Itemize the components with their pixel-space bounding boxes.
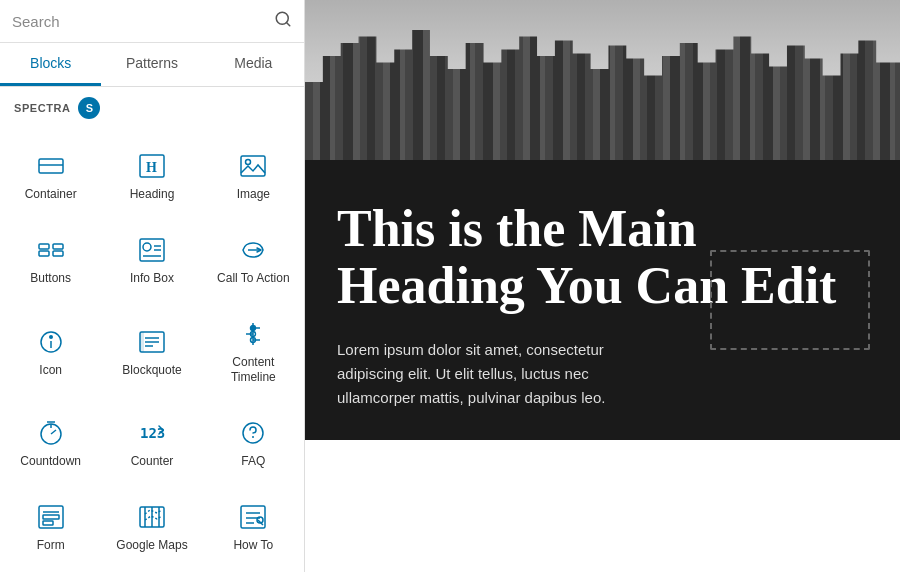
hero-description: Lorem ipsum dolor sit amet, consectetur …: [337, 338, 657, 410]
svg-rect-10: [39, 251, 49, 256]
container-icon: [36, 151, 66, 181]
svg-rect-42: [43, 515, 59, 519]
svg-text:H: H: [146, 160, 157, 175]
dotted-placeholder-box: [710, 250, 870, 350]
block-item-heading[interactable]: H Heading: [101, 133, 202, 217]
block-label-icon: Icon: [39, 363, 62, 379]
search-input[interactable]: [12, 13, 266, 30]
block-item-image[interactable]: Image: [203, 133, 304, 217]
tabs-row: Blocks Patterns Media: [0, 43, 304, 87]
spectra-label: SPECTRA: [14, 102, 70, 114]
block-item-buttons[interactable]: Buttons: [0, 217, 101, 301]
block-label-container: Container: [25, 187, 77, 203]
search-icon: [274, 10, 292, 32]
block-item-google-maps[interactable]: Google Maps: [101, 484, 202, 568]
info-box-icon: [137, 235, 167, 265]
block-label-blockquote: Blockquote: [122, 363, 181, 379]
block-label-call-to-action: Call To Action: [217, 271, 290, 287]
tab-patterns[interactable]: Patterns: [101, 43, 202, 86]
tab-media[interactable]: Media: [203, 43, 304, 86]
svg-line-35: [51, 430, 56, 434]
block-item-how-to[interactable]: How To: [203, 484, 304, 568]
icon-block-icon: [36, 327, 66, 357]
spectra-header: SPECTRA S: [0, 87, 304, 129]
block-item-counter[interactable]: 123 Counter: [101, 400, 202, 484]
block-label-buttons: Buttons: [30, 271, 71, 287]
countdown-icon: [36, 418, 66, 448]
hero-section: This is the Main Heading You Can Edit Lo…: [305, 160, 900, 440]
block-label-counter: Counter: [131, 454, 174, 470]
block-item-call-to-action[interactable]: Call To Action: [203, 217, 304, 301]
block-item-container[interactable]: Container: [0, 133, 101, 217]
block-label-image: Image: [237, 187, 270, 203]
block-item-icon[interactable]: Icon: [0, 301, 101, 400]
block-item-info-box[interactable]: Info Box: [101, 217, 202, 301]
block-item-faq[interactable]: FAQ: [203, 400, 304, 484]
svg-point-7: [246, 160, 251, 165]
how-to-icon: [238, 502, 268, 532]
block-item-form[interactable]: Form: [0, 484, 101, 568]
left-panel: Blocks Patterns Media SPECTRA S Containe…: [0, 0, 305, 572]
blockquote-icon: [137, 327, 167, 357]
svg-point-19: [49, 335, 53, 339]
buttons-icon: [36, 235, 66, 265]
block-label-how-to: How To: [233, 538, 273, 554]
svg-point-13: [143, 243, 151, 251]
svg-rect-6: [241, 156, 265, 176]
block-label-content-timeline: Content Timeline: [211, 355, 296, 386]
block-label-google-maps: Google Maps: [116, 538, 187, 554]
block-label-faq: FAQ: [241, 454, 265, 470]
blocks-grid: Container H Heading Image: [0, 129, 304, 572]
tab-blocks[interactable]: Blocks: [0, 43, 101, 86]
svg-text:123: 123: [140, 425, 165, 441]
call-to-action-icon: [238, 235, 268, 265]
block-item-countdown[interactable]: Countdown: [0, 400, 101, 484]
svg-rect-11: [53, 251, 63, 256]
block-item-content-timeline[interactable]: Content Timeline: [203, 301, 304, 400]
svg-point-39: [252, 436, 254, 438]
svg-rect-9: [53, 244, 63, 249]
image-icon: [238, 151, 268, 181]
svg-line-1: [286, 22, 289, 25]
city-image: [305, 0, 900, 160]
svg-rect-2: [39, 159, 63, 173]
faq-icon: [238, 418, 268, 448]
form-icon: [36, 502, 66, 532]
svg-rect-25: [140, 332, 144, 352]
block-label-heading: Heading: [130, 187, 175, 203]
right-panel: This is the Main Heading You Can Edit Lo…: [305, 0, 900, 572]
heading-icon: H: [137, 151, 167, 181]
google-maps-icon: [137, 502, 167, 532]
block-label-info-box: Info Box: [130, 271, 174, 287]
spectra-badge-icon: S: [78, 97, 100, 119]
counter-icon: 123: [137, 418, 167, 448]
svg-rect-43: [43, 521, 53, 525]
search-bar: [0, 0, 304, 43]
content-timeline-icon: [238, 319, 268, 349]
block-item-blockquote[interactable]: Blockquote: [101, 301, 202, 400]
block-label-countdown: Countdown: [20, 454, 81, 470]
block-label-form: Form: [37, 538, 65, 554]
svg-rect-8: [39, 244, 49, 249]
